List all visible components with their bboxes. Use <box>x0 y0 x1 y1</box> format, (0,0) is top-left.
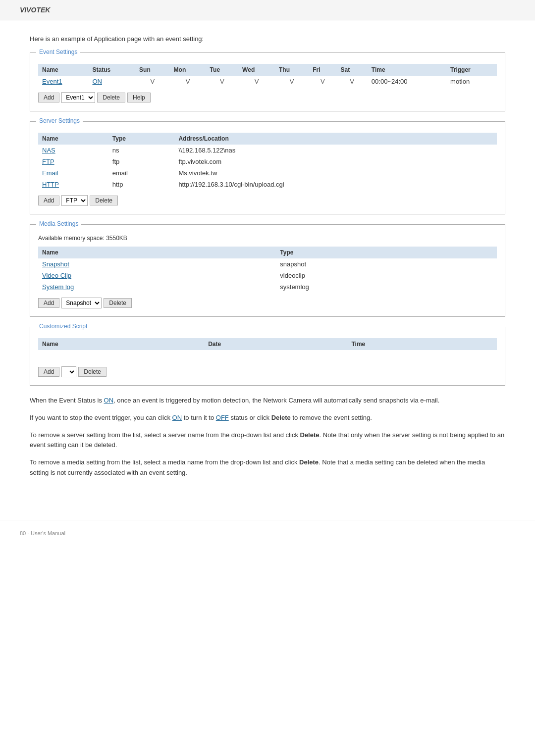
on-link-1[interactable]: ON <box>104 397 114 404</box>
media-type: videoclip <box>276 270 497 281</box>
script-empty-row <box>38 350 497 361</box>
col-status: Status <box>88 64 135 76</box>
server-type: ns <box>108 145 175 156</box>
server-address: http://192.168.3.10/cgi-bin/upload.cgi <box>174 179 497 190</box>
server-table-row: Email email Ms.vivotek.tw <box>38 167 497 179</box>
paragraph-1: When the Event Status is ON, once an eve… <box>30 396 505 406</box>
event-add-button[interactable]: Add <box>38 93 59 102</box>
server-table-row: NAS ns \\192.168.5.122\nas <box>38 145 497 156</box>
server-type: http <box>108 179 175 190</box>
server-name-link[interactable]: NAS <box>42 147 55 154</box>
event-sat: V <box>337 76 368 87</box>
media-settings-title: Media Settings <box>36 220 81 227</box>
server-name-link[interactable]: HTTP <box>42 181 59 188</box>
media-type: systemlog <box>276 281 497 293</box>
event-settings-title: Event Settings <box>36 49 80 55</box>
intro-text: Here is an example of Application page w… <box>30 35 505 43</box>
server-col-address: Address/Location <box>174 133 497 145</box>
server-add-button[interactable]: Add <box>38 196 59 205</box>
col-mon: Mon <box>170 64 206 76</box>
col-trigger: Trigger <box>446 64 497 76</box>
script-col-name: Name <box>38 338 204 350</box>
media-table-row: Snapshot snapshot <box>38 258 497 270</box>
server-settings-title: Server Settings <box>36 117 83 124</box>
paragraph-4: To remove a media setting from the list,… <box>30 457 505 478</box>
server-type: email <box>108 167 175 179</box>
customized-script-section: Customized Script Name Date Time Add Del… <box>30 327 505 386</box>
media-settings-section: Media Settings Available memory space: 3… <box>30 224 505 317</box>
description-paragraphs: When the Event Status is ON, once an eve… <box>30 396 505 478</box>
media-name-link[interactable]: Snapshot <box>42 260 69 268</box>
event-time: 00:00~24:00 <box>368 76 446 87</box>
event-wed: V <box>238 76 275 87</box>
script-add-button[interactable]: Add <box>38 367 59 377</box>
media-add-button[interactable]: Add <box>38 298 59 308</box>
server-col-name: Name <box>38 133 108 145</box>
event-table-row: Event1 ON V V V V V V V 00:00~24:00 moti… <box>38 76 497 87</box>
col-thu: Thu <box>275 64 309 76</box>
server-table-row: FTP ftp ftp.vivotek.com <box>38 156 497 167</box>
server-settings-table: Name Type Address/Location NAS ns \\192.… <box>38 133 497 190</box>
server-address: Ms.vivotek.tw <box>174 167 497 179</box>
server-type: ftp <box>108 156 175 167</box>
off-link[interactable]: OFF <box>216 414 229 421</box>
page-header: VIVOTEK <box>0 0 535 20</box>
server-delete-button[interactable]: Delete <box>90 196 118 205</box>
event-trigger: motion <box>446 76 497 87</box>
media-table-row: Video Clip videoclip <box>38 270 497 281</box>
server-table-row: HTTP http http://192.168.3.10/cgi-bin/up… <box>38 179 497 190</box>
server-toolbar: Add FTP Delete <box>38 195 497 206</box>
event-toolbar: Add Event1 Delete Help <box>38 92 497 103</box>
event-thu: V <box>275 76 309 87</box>
media-select[interactable]: Snapshot <box>61 298 102 308</box>
media-col-name: Name <box>38 247 276 258</box>
script-col-date: Date <box>204 338 347 350</box>
page-footer: 80 - User's Manual <box>0 520 535 546</box>
delete-bold-3: Delete <box>299 458 319 466</box>
customized-script-table: Name Date Time <box>38 338 497 361</box>
media-settings-table: Name Type Snapshot snapshot Video Clip v… <box>38 247 497 293</box>
script-delete-button[interactable]: Delete <box>78 367 107 377</box>
media-table-row: System log systemlog <box>38 281 497 293</box>
event-sun: V <box>135 76 169 87</box>
media-type: snapshot <box>276 258 497 270</box>
event-mon: V <box>170 76 206 87</box>
event-help-button[interactable]: Help <box>127 93 151 102</box>
event-status[interactable]: ON <box>92 78 102 85</box>
col-name: Name <box>38 64 88 76</box>
server-col-type: Type <box>108 133 175 145</box>
paragraph-3: To remove a server setting from the list… <box>30 430 505 451</box>
memory-info: Available memory space: 3550KB <box>38 235 497 242</box>
server-settings-section: Server Settings Name Type Address/Locati… <box>30 121 505 214</box>
customized-script-title: Customized Script <box>36 323 90 330</box>
script-toolbar: Add Delete <box>38 366 497 377</box>
col-time: Time <box>368 64 446 76</box>
script-col-time: Time <box>347 338 497 350</box>
event-settings-table: Name Status Sun Mon Tue Wed Thu Fri Sat … <box>38 64 497 87</box>
media-name-link[interactable]: Video Clip <box>42 272 71 279</box>
brand-logo: VIVOTEK <box>20 6 50 14</box>
event-tue: V <box>206 76 238 87</box>
event-delete-button[interactable]: Delete <box>97 93 125 102</box>
server-name-link[interactable]: Email <box>42 169 58 177</box>
delete-bold-1: Delete <box>271 414 291 421</box>
col-sun: Sun <box>135 64 169 76</box>
on-link-2[interactable]: ON <box>172 414 182 421</box>
server-address: \\192.168.5.122\nas <box>174 145 497 156</box>
media-delete-button[interactable]: Delete <box>104 298 132 308</box>
event-name-link[interactable]: Event1 <box>42 78 62 85</box>
event-settings-section: Event Settings Name Status Sun Mon Tue W… <box>30 52 505 111</box>
col-fri: Fri <box>309 64 336 76</box>
server-address: ftp.vivotek.com <box>174 156 497 167</box>
delete-bold-2: Delete <box>300 431 320 439</box>
paragraph-2: If you want to stop the event trigger, y… <box>30 413 505 423</box>
server-name-link[interactable]: FTP <box>42 158 54 165</box>
media-name-link[interactable]: System log <box>42 283 74 291</box>
col-wed: Wed <box>238 64 275 76</box>
server-select[interactable]: FTP <box>61 195 88 206</box>
page-number: 80 - User's Manual <box>20 530 65 536</box>
script-select[interactable] <box>61 366 76 377</box>
media-toolbar: Add Snapshot Delete <box>38 298 497 308</box>
media-col-type: Type <box>276 247 497 258</box>
event-select[interactable]: Event1 <box>61 92 95 103</box>
